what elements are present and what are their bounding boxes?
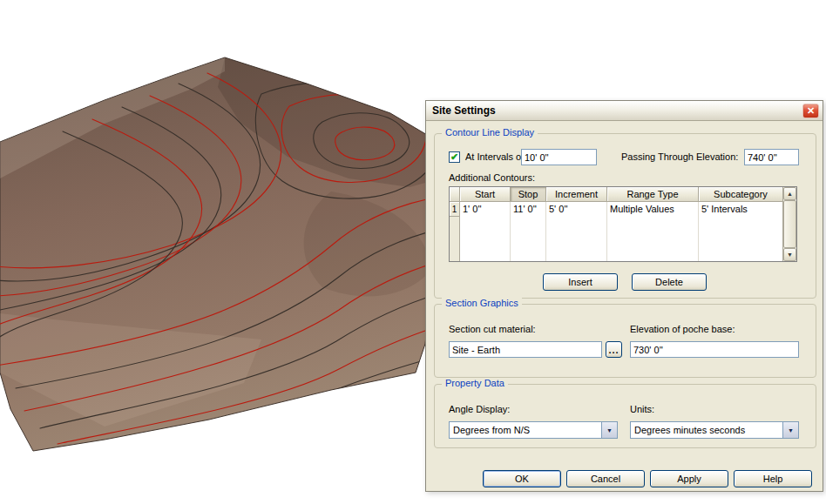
angle-display-label: Angle Display:: [449, 404, 510, 414]
close-button[interactable]: ✕: [802, 104, 819, 118]
angle-display-value: Degrees from N/S: [453, 422, 530, 438]
units-value: Degrees minutes seconds: [634, 422, 745, 438]
checkmark-icon: ✔: [450, 152, 458, 162]
insert-button[interactable]: Insert: [543, 273, 618, 291]
site-settings-dialog: Site Settings ✕ Contour Line Display ✔ A…: [425, 100, 823, 492]
passing-elevation-label: Passing Through Elevation:: [621, 151, 738, 162]
column-header-increment[interactable]: Increment: [546, 187, 607, 202]
column-header-start[interactable]: Start: [460, 187, 511, 202]
section-cut-material-input[interactable]: [449, 341, 602, 358]
section-group-label: Section Graphics: [442, 298, 522, 308]
table-main: Start Stop Increment Range Type Subcateg…: [450, 187, 782, 261]
additional-contours-label: Additional Contours:: [449, 172, 535, 183]
units-label: Units:: [630, 404, 654, 414]
delete-button[interactable]: Delete: [632, 273, 707, 291]
additional-contours-table: Start Stop Increment Range Type Subcateg…: [449, 186, 797, 262]
chevron-down-icon: ▼: [606, 427, 613, 433]
combo-arrow-button[interactable]: ▼: [782, 422, 798, 438]
table-corner: [450, 187, 460, 202]
scroll-down-button[interactable]: ▼: [783, 248, 796, 261]
section-cut-material-label: Section cut material:: [449, 324, 536, 334]
row-header-gutter: 1: [450, 202, 460, 261]
apply-button[interactable]: Apply: [650, 470, 728, 487]
contour-line-display-group: Contour Line Display ✔ At Intervals of: …: [434, 133, 816, 299]
column-header-subcategory[interactable]: Subcategory: [699, 187, 782, 202]
poche-base-label: Elevation of poche base:: [630, 324, 735, 334]
close-icon: ✕: [807, 105, 815, 117]
row-header-1[interactable]: 1: [450, 202, 459, 217]
dialog-title: Site Settings: [432, 104, 496, 117]
cancel-button[interactable]: Cancel: [566, 470, 645, 487]
at-intervals-label: At Intervals of:: [465, 151, 526, 162]
cell-increment[interactable]: 5' 0'': [546, 202, 606, 216]
passing-elevation-input[interactable]: [744, 149, 799, 165]
angle-display-select[interactable]: Degrees from N/S ▼: [449, 421, 618, 439]
table-header-row: Start Stop Increment Range Type Subcateg…: [450, 187, 782, 202]
cell-range-type[interactable]: Multiple Values: [607, 202, 698, 216]
chevron-down-icon: ▼: [788, 427, 794, 433]
contour-group-label: Contour Line Display: [442, 127, 538, 138]
browse-button[interactable]: ...: [606, 341, 622, 358]
property-group-label: Property Data: [442, 378, 508, 388]
property-data-group: Property Data Angle Display: Degrees fro…: [434, 384, 816, 448]
column-header-stop[interactable]: Stop: [511, 187, 546, 202]
combo-arrow-button[interactable]: ▼: [601, 422, 617, 438]
at-intervals-input[interactable]: [521, 149, 597, 165]
ok-button[interactable]: OK: [483, 470, 561, 487]
column-header-range-type[interactable]: Range Type: [607, 187, 699, 202]
help-button[interactable]: Help: [734, 470, 812, 487]
section-graphics-group: Section Graphics Section cut material: .…: [434, 304, 816, 378]
table-body: 1 1' 0'' 11' 0'' 5' 0'' Multipl: [450, 202, 782, 261]
cell-subcategory[interactable]: 5' Intervals: [699, 202, 782, 216]
scroll-up-icon: ▲: [787, 191, 793, 197]
poche-base-input[interactable]: [630, 341, 799, 358]
scroll-down-icon: ▼: [787, 252, 793, 258]
scroll-thumb[interactable]: [783, 200, 796, 248]
dialog-titlebar[interactable]: Site Settings ✕: [426, 101, 823, 121]
table-row: 1' 0'' 11' 0'' 5' 0'' Multiple Values 5': [460, 202, 782, 261]
table-scrollbar[interactable]: ▲ ▼: [782, 187, 796, 261]
cell-start[interactable]: 1' 0'': [460, 202, 510, 216]
at-intervals-checkbox[interactable]: ✔: [449, 151, 460, 163]
cell-stop[interactable]: 11' 0'': [511, 202, 545, 216]
scroll-up-button[interactable]: ▲: [783, 187, 796, 200]
units-select[interactable]: Degrees minutes seconds ▼: [630, 421, 799, 439]
